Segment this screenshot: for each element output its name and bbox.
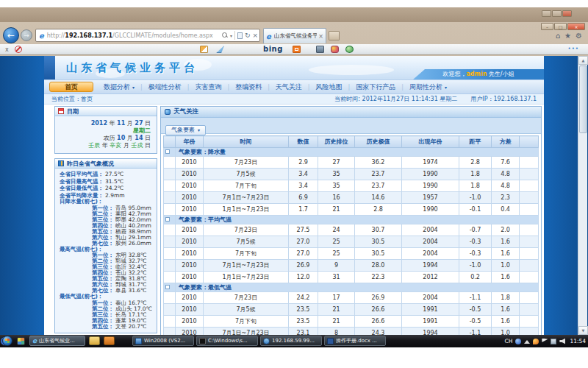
- taskbar-window-button[interactable]: 192.168.59.99...: [260, 336, 322, 346]
- background-window-controls[interactable]: [542, 10, 572, 17]
- sogou-icon[interactable]: [293, 46, 301, 53]
- taskbar-window-button[interactable]: 操作手册.docx ...: [324, 336, 386, 346]
- nav-item-3[interactable]: 灾害查询: [195, 82, 221, 92]
- toolbar-close-icon[interactable]: x: [5, 46, 9, 53]
- compatibility-view-icon[interactable]: [237, 32, 243, 39]
- cell-filler: [520, 236, 539, 248]
- chevron-down-icon: ▾: [132, 85, 135, 90]
- more-options-dots[interactable]: •••: [568, 46, 579, 52]
- cell: 4.8: [492, 169, 520, 180]
- address-bar[interactable]: e http://192.168.137.1/GLCCLIMATE/module…: [35, 29, 260, 42]
- nav-item-4[interactable]: 整编资料: [235, 82, 262, 92]
- weather-overview-panel: 昨日全省气象概况 全省日平均气温：27.5℃全省日最高气温：31.5℃全省日最低…: [54, 158, 157, 333]
- search-icon[interactable]: [222, 32, 228, 38]
- column-header: 时间: [204, 136, 289, 148]
- language-indicator[interactable]: CH: [504, 338, 512, 344]
- tray-fox-icon[interactable]: [533, 339, 539, 344]
- date-panel: 日期 2012 年 11 月 27 日 星期二 农历 10 月 14 日 壬辰 …: [54, 106, 157, 154]
- taskbar-ie-button[interactable]: e 山东省气候业...: [29, 336, 85, 346]
- bg-close-button[interactable]: [562, 10, 572, 17]
- cards-icon[interactable]: [200, 46, 208, 53]
- row-lead-cell: [164, 272, 176, 283]
- nav-item-5[interactable]: 天气关注: [276, 82, 302, 92]
- expand-icon: [165, 217, 170, 222]
- date-segment: 日: [143, 135, 151, 141]
- column-header: 距平: [459, 136, 492, 148]
- taskbar-window-button[interactable]: Win2008 (VS2...: [132, 336, 194, 346]
- globe-icon[interactable]: [345, 46, 354, 53]
- refresh-icon[interactable]: ↻: [245, 32, 251, 39]
- block-icon[interactable]: [15, 46, 22, 53]
- settings-gear-icon[interactable]: ⚙: [576, 32, 582, 40]
- explorer-folder-icon[interactable]: [89, 336, 100, 345]
- element-group-row[interactable]: 气象要素：最低气温: [164, 283, 539, 292]
- nav-item-8[interactable]: 周期性分析▾: [409, 82, 447, 92]
- stop-icon[interactable]: ×: [252, 32, 258, 39]
- scrollbar-thumb[interactable]: [579, 66, 587, 133]
- url-text[interactable]: http://192.168.137.1/GLCCLIMATE/modules/…: [47, 32, 220, 39]
- wallet-icon[interactable]: [316, 46, 324, 53]
- group-expand-cell[interactable]: [164, 216, 176, 224]
- row-lead-cell: [164, 260, 176, 272]
- show-hidden-icons-arrow[interactable]: [524, 340, 530, 344]
- date-segment: 年: [100, 142, 110, 149]
- date-segment: 日: [143, 142, 151, 149]
- home-icon[interactable]: ⌂: [556, 32, 560, 40]
- browser-forward-button[interactable]: →: [21, 29, 32, 41]
- nav-item-7[interactable]: 国家下行产品: [356, 82, 395, 92]
- tab-close-icon[interactable]: ×: [318, 33, 323, 40]
- cell: 7月下旬: [204, 180, 289, 192]
- cell: 2010: [176, 224, 204, 236]
- cell: -1.0: [459, 192, 492, 204]
- scroll-up-arrow[interactable]: ▲: [578, 56, 588, 65]
- browser-tab[interactable]: e 山东省气候业务平... ×: [263, 28, 326, 43]
- cell: 7月5候: [204, 236, 289, 248]
- new-tab-button[interactable]: [329, 31, 340, 40]
- pinned-app-icon[interactable]: [17, 337, 25, 345]
- browser-back-button[interactable]: ←: [3, 27, 19, 43]
- cell: 1.6: [492, 272, 520, 283]
- favorites-star-icon[interactable]: ★: [564, 32, 571, 40]
- date-segment: 农历: [104, 135, 118, 141]
- vertical-scrollbar[interactable]: ▲ ▼: [578, 56, 587, 335]
- bg-maximize-button[interactable]: [552, 10, 562, 17]
- cell: 2004: [402, 292, 459, 304]
- nav-item-2[interactable]: 极端性分析: [148, 82, 182, 92]
- element-filter-button[interactable]: 气象要素 ▾: [165, 125, 206, 135]
- action-center-flag-icon[interactable]: [542, 339, 548, 344]
- window-controls[interactable]: – □ ×: [541, 23, 585, 30]
- cell: 7月1日~7月23日: [204, 192, 289, 204]
- maximize-button[interactable]: □: [554, 23, 567, 30]
- element-group-row[interactable]: 气象要素：降水量: [164, 148, 539, 157]
- taskbar-button-label: C:\Windows\s...: [208, 338, 248, 344]
- pinned-app-icon[interactable]: [104, 336, 115, 345]
- tray-app-icon[interactable]: [515, 339, 521, 344]
- paw-icon[interactable]: [331, 46, 339, 53]
- scroll-down-arrow[interactable]: ▼: [578, 326, 588, 335]
- group-expand-cell[interactable]: [164, 283, 176, 292]
- nav-item-6[interactable]: 风险地图: [316, 82, 343, 92]
- clock[interactable]: 11:54: [570, 338, 586, 344]
- close-button[interactable]: ×: [567, 23, 585, 30]
- nav-item-0[interactable]: 首页: [49, 82, 93, 92]
- send-plane-icon[interactable]: [216, 46, 224, 53]
- nav-item-1[interactable]: 数据分析▾: [104, 82, 135, 92]
- bing-logo[interactable]: bing: [263, 45, 283, 53]
- search-dropdown-icon[interactable]: ▾: [230, 33, 232, 38]
- group-expand-cell[interactable]: [164, 148, 176, 157]
- minimize-button[interactable]: –: [541, 23, 553, 30]
- header-accent-block: [44, 56, 55, 79]
- table-row: 20107月23日27.52430.72004-0.72.0: [164, 224, 539, 236]
- cell: 17: [318, 292, 355, 304]
- row-lead-cell: [164, 157, 176, 169]
- bg-minimize-button[interactable]: [542, 10, 551, 17]
- cell: 23.5: [289, 316, 318, 328]
- vm-icon: [135, 338, 142, 344]
- network-icon[interactable]: [551, 339, 556, 344]
- element-group-row[interactable]: 气象要素：平均气温: [164, 216, 539, 224]
- table-corner-cell: [164, 136, 176, 148]
- start-button[interactable]: [2, 336, 12, 346]
- cell: 7月23日: [204, 157, 289, 169]
- volume-icon[interactable]: [559, 339, 565, 344]
- taskbar-window-button[interactable]: C:\Windows\s...: [196, 336, 258, 346]
